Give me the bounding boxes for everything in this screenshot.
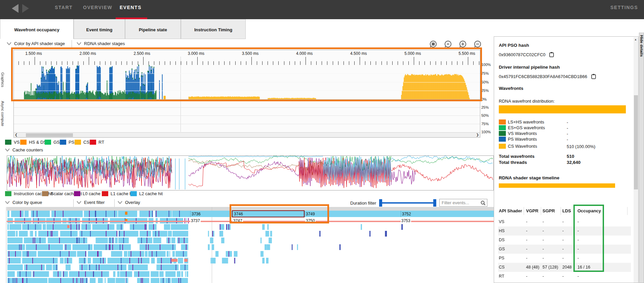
zoom-out-icon[interactable]	[474, 40, 482, 49]
zoom-in-icon[interactable]	[459, 40, 468, 49]
ruler-label: 2.500 ms	[134, 51, 150, 56]
nav-tab-overview[interactable]: OVERVIEW	[83, 5, 112, 10]
event-id-label[interactable]: 3746	[234, 212, 243, 216]
table-cell-ps-3: -	[562, 256, 564, 260]
tab-instruction-timing[interactable]: Instruction Timing	[181, 19, 246, 39]
table-cell-vs-1: -	[526, 219, 527, 224]
color-by-queue-dropdown[interactable]: Color by queue	[5, 200, 42, 205]
duration-slider-track[interactable]	[380, 202, 436, 204]
wf-legend-label: CS Wavefronts	[508, 144, 537, 149]
copy-icon[interactable]	[591, 74, 596, 79]
top-navigation-bar: START OVERVIEW EVENTS SETTINGS	[0, 0, 644, 19]
legend-label: PS	[69, 140, 74, 145]
driver-hash-label: Driver internal pipeline hash	[499, 65, 560, 70]
back-arrow-icon[interactable]	[12, 4, 18, 13]
table-cell-rt-1: -	[526, 274, 527, 279]
divider	[73, 199, 74, 207]
duration-slider-handle-left[interactable]	[379, 199, 382, 207]
scroll-right-icon[interactable]: ❯	[476, 133, 479, 137]
nav-tab-start[interactable]: START	[55, 5, 73, 10]
axis-pct-label: 25%	[481, 89, 489, 93]
scroll-up-icon[interactable]: ▲	[634, 38, 637, 41]
wf-swatch	[499, 125, 506, 130]
panel-scrollbar[interactable]: ▲	[634, 37, 638, 283]
cache-counters-header[interactable]: Cache counters	[5, 147, 43, 152]
cache-swatch	[5, 191, 11, 196]
tab-event-timing[interactable]: Event timing	[74, 19, 125, 39]
scrollbar-thumb[interactable]	[26, 133, 73, 137]
scroll-left-icon[interactable]: ❮	[15, 133, 17, 137]
tab-wavefront-occupancy[interactable]: Wavefront occupancy	[0, 19, 74, 39]
header-divider	[561, 207, 561, 215]
vs-swatch	[5, 140, 11, 145]
event-id-label[interactable]: 3737	[190, 218, 201, 223]
rdna-shader-stages-dropdown[interactable]: RDNA shader stages	[77, 41, 125, 46]
tab-pipeline-state[interactable]: Pipeline state	[125, 19, 181, 39]
filter-events-input[interactable]: Filter events...	[439, 199, 487, 207]
table-cell-ds-1: -	[526, 238, 527, 242]
event-id-label[interactable]: 3747	[233, 218, 243, 223]
legend-item-vs: VS	[5, 140, 19, 146]
chevron-down-icon	[7, 42, 11, 45]
forward-arrow-icon[interactable]	[22, 4, 29, 13]
ruler-label: 5.000 ms	[404, 51, 421, 56]
legend-label: HS & DS	[29, 140, 46, 145]
wf-legend-label: ES+GS wavefronts	[508, 125, 545, 130]
event-filter-dropdown[interactable]: Event filter	[77, 200, 105, 205]
copy-icon[interactable]	[549, 52, 554, 57]
duration-filter-label: Duration filter	[350, 201, 376, 206]
axis-pct-label: 0%	[481, 97, 487, 101]
wf-legend-cs-wavefronts: CS Wavefronts	[499, 144, 537, 150]
header-divider	[541, 207, 541, 215]
axis-pct-label: 100%	[481, 130, 491, 134]
hs-ds-swatch	[20, 140, 27, 145]
overlay-dropdown[interactable]: Overlay	[118, 200, 140, 205]
ruler-label: 3.000 ms	[188, 51, 204, 56]
event-gantt-canvas[interactable]	[7, 207, 494, 283]
wf-legend-ps-wavefronts: PS Wavefronts	[499, 137, 537, 143]
table-cell-cs-1: 48 (48)	[526, 265, 539, 270]
panel-scrollbar-thumb[interactable]	[634, 95, 638, 189]
hide-details-strip[interactable]: Hide details	[639, 33, 644, 283]
ruler-label: 2.000 ms	[79, 51, 96, 56]
event-bar-row[interactable]: 3736374637493752	[183, 211, 494, 217]
table-cell-ps-1: -	[526, 256, 527, 260]
table-header-api-shader: API Shader	[499, 208, 522, 213]
details-panel: API PSO hash 0x93600787CC02CFC0 Driver i…	[494, 36, 639, 283]
zoom-reset-icon[interactable]	[444, 40, 453, 49]
graphics-occupancy-series	[14, 65, 480, 99]
divider	[114, 199, 115, 207]
async-compute-row-label: Async compute	[1, 101, 5, 126]
event-id-label[interactable]: 3750	[305, 218, 316, 223]
nav-tab-events[interactable]: EVENTS	[120, 5, 142, 10]
axis-pct-label: 50%	[481, 113, 489, 117]
event-segment-tick	[190, 211, 191, 217]
table-cell-hs-1: -	[526, 228, 527, 233]
nav-tab-settings[interactable]: SETTINGS	[610, 5, 638, 10]
gs-swatch	[45, 140, 51, 145]
table-header-occupancy: Occupancy	[577, 208, 601, 213]
duration-slider-handle-right[interactable]	[433, 199, 436, 207]
table-row-shading	[498, 226, 631, 236]
total-wavefronts-label: Total wavefronts	[499, 154, 534, 159]
legend-item-gs: GS	[45, 140, 60, 146]
event-id-label[interactable]: 3753	[401, 218, 411, 223]
header-divider	[524, 207, 524, 215]
zoom-to-selection-icon[interactable]	[429, 40, 438, 49]
legend-item-cs: CS	[75, 140, 89, 146]
gridline	[14, 124, 480, 124]
search-icon	[480, 200, 486, 206]
event-id-label[interactable]: 3736	[192, 212, 201, 216]
chart-horizontal-scrollbar[interactable]: ❮ ❯	[14, 132, 480, 137]
axis-pct-label: 75%	[481, 122, 489, 126]
chevron-down-icon	[5, 148, 10, 151]
table-cell-ds-2: -	[542, 238, 544, 242]
table-cell-rt-2: -	[542, 274, 544, 279]
table-cell-vs-2: -	[542, 219, 544, 224]
event-id-label[interactable]: 3752	[402, 212, 411, 216]
table-cell-rt-0: RT	[499, 274, 504, 279]
color-by-api-dropdown[interactable]: Color by API shader stage	[7, 41, 65, 46]
cache-swatch	[42, 191, 48, 196]
axis-pct-label: 50%	[481, 80, 489, 84]
event-id-label[interactable]: 3749	[306, 212, 315, 216]
